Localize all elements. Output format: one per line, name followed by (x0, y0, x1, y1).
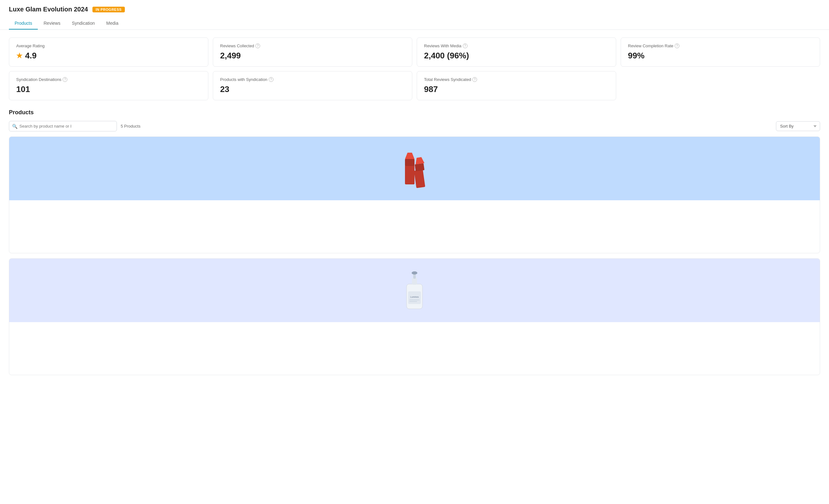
products-count: 5 Products (121, 124, 772, 128)
svg-rect-0 (405, 165, 414, 184)
svg-marker-5 (415, 157, 425, 164)
status-badge: IN PROGRESS (93, 7, 125, 12)
svg-rect-13 (409, 300, 420, 300)
products-section-title: Products (9, 109, 820, 116)
svg-text:Luminos: Luminos (410, 296, 419, 298)
stat-reviews-collected: Reviews Collected ? 2,499 (213, 37, 412, 67)
product-image-1 (9, 137, 820, 200)
search-input[interactable] (9, 121, 117, 131)
info-icon-media[interactable]: ? (463, 43, 468, 48)
info-icon[interactable]: ? (255, 43, 260, 48)
stat-average-rating: Average Rating ★ 4.9 (9, 37, 208, 67)
svg-rect-1 (405, 159, 414, 166)
stat-review-completion: Review Completion Rate ? 99% (621, 37, 820, 67)
product-card-2: Luminos Face Cleanser Skincare Lotion 50… (9, 258, 820, 375)
svg-rect-3 (414, 169, 425, 188)
svg-point-10 (412, 271, 417, 275)
tab-navigation: Products Reviews Syndication Media (9, 17, 820, 30)
tab-syndication[interactable]: Syndication (66, 17, 100, 30)
product-image-2: Luminos (9, 259, 820, 322)
star-icon: ★ (16, 52, 23, 60)
svg-rect-8 (412, 278, 417, 285)
stat-products-syndication: Products with Syndication ? 23 (213, 71, 412, 100)
stat-syndication-destinations: Syndication Destinations ? 101 (9, 71, 208, 100)
svg-rect-4 (415, 163, 425, 171)
product-card-1: Liquid Lipstick with 16 Hour Hold and Sh… (9, 137, 820, 253)
tab-reviews[interactable]: Reviews (38, 17, 66, 30)
tab-products[interactable]: Products (9, 17, 38, 30)
info-icon-total-syndicated[interactable]: ? (472, 77, 477, 82)
info-icon-syndication[interactable]: ? (63, 77, 67, 82)
stat-total-reviews-syndicated: Total Reviews Syndicated ? 987 (417, 71, 616, 100)
info-icon-completion[interactable]: ? (675, 43, 679, 48)
tab-media[interactable]: Media (101, 17, 124, 30)
sort-select[interactable]: Sort By Name A-Z Name Z-A Rating High-Lo… (776, 121, 820, 131)
info-icon-prod-syndication[interactable]: ? (269, 77, 274, 82)
stat-reviews-with-media: Reviews With Media ? 2,400 (96%) (417, 37, 616, 67)
svg-marker-2 (405, 153, 414, 159)
products-section: Products 🔍 5 Products Sort By Name A-Z N… (9, 109, 820, 375)
svg-rect-14 (409, 301, 417, 302)
page-title: Luxe Glam Evolution 2024 (9, 6, 88, 13)
search-icon: 🔍 (12, 124, 17, 129)
